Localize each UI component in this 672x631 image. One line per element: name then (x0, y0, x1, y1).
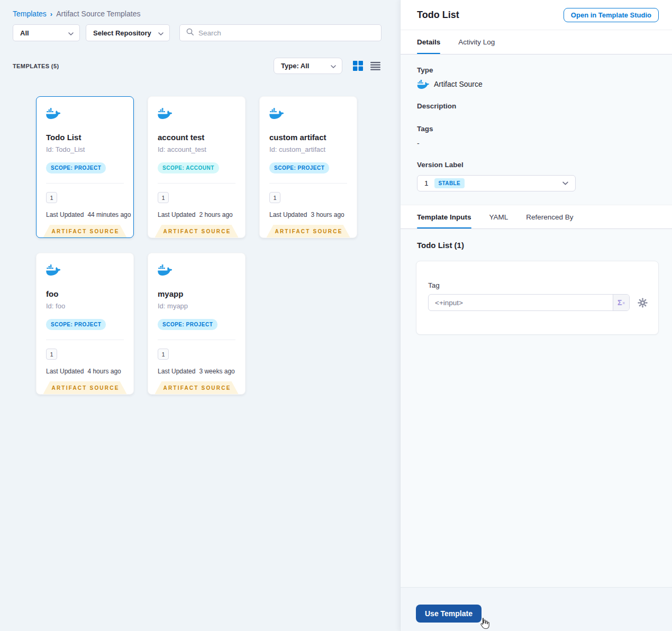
type-filter-value: Type: All (281, 62, 309, 70)
card-title: foo (46, 289, 125, 298)
search-input[interactable] (198, 29, 375, 37)
tag-input-field[interactable]: <+input> Σx (428, 294, 630, 311)
expression-toggle-button[interactable]: Σx (613, 295, 629, 310)
tab-yaml[interactable]: YAML (489, 205, 508, 228)
version-select[interactable]: 1 STABLE (417, 175, 576, 191)
card-id: Id: Todo_List (46, 145, 125, 153)
scope-badge: SCOPE: PROJECT (158, 319, 217, 330)
card-divider (158, 183, 235, 184)
tab-activity-log[interactable]: Activity Log (458, 30, 495, 54)
tab-referenced-by[interactable]: Referenced By (526, 205, 573, 228)
list-view-icon[interactable] (370, 62, 380, 70)
type-label: Type (417, 66, 656, 74)
search-field[interactable] (179, 24, 382, 41)
tab-details[interactable]: Details (417, 30, 440, 54)
repository-filter-value: Select Repository (93, 29, 151, 37)
scope-filter-value: All (20, 29, 29, 37)
breadcrumb-current: Artifact Source Templates (56, 10, 140, 18)
details-meta: Type Artifact Source Description Tags - … (401, 54, 672, 191)
tags-label: Tags (417, 125, 656, 133)
templates-list-panel: Templates › Artifact Source Templates Al… (0, 0, 400, 631)
inputs-section-title: Todo List (1) (417, 241, 672, 250)
artifact-source-ribbon: ARTIFACT SOURCE (155, 381, 239, 394)
scope-badge: SCOPE: ACCOUNT (158, 162, 219, 173)
use-template-button[interactable]: Use Template (416, 605, 482, 623)
version-count-badge: 1 (269, 192, 280, 203)
last-updated: Last Updated 4 hours ago (46, 368, 125, 375)
version-value: 1 (424, 179, 429, 187)
artifact-source-ribbon: ARTIFACT SOURCE (43, 225, 127, 237)
chevron-down-icon (158, 29, 164, 37)
chevron-down-icon (331, 62, 336, 70)
tags-value: - (417, 139, 656, 148)
card-divider (158, 340, 235, 340)
artifact-source-ribbon: ARTIFACT SOURCE (155, 225, 239, 237)
last-updated-value: 3 weeks ago (199, 368, 234, 375)
last-updated: Last Updated 44 minutes ago (46, 211, 125, 218)
last-updated-label: Last Updated (46, 211, 84, 218)
card-id: Id: custom_artifact (269, 145, 348, 153)
template-card-foo[interactable]: foo Id: foo SCOPE: PROJECT 1 Last Update… (36, 253, 134, 395)
card-title: myapp (158, 289, 237, 298)
filter-row: All Select Repository (0, 18, 400, 41)
docker-icon (269, 107, 284, 119)
templates-count: TEMPLATES (5) (13, 63, 59, 69)
panel-title: Todo List (417, 10, 459, 21)
version-count-badge: 1 (158, 192, 169, 203)
template-card-todo-list[interactable]: Todo List Id: Todo_List SCOPE: PROJECT 1… (36, 96, 134, 238)
card-id: Id: account_test (158, 145, 237, 153)
scope-filter-select[interactable]: All (13, 24, 80, 41)
open-in-template-studio-button[interactable]: Open in Template Studio (564, 8, 659, 22)
details-footer: Use Template (401, 587, 672, 631)
breadcrumb: Templates › Artifact Source Templates (0, 0, 400, 18)
settings-gear-icon[interactable] (638, 298, 648, 308)
last-updated: Last Updated 2 hours ago (158, 211, 237, 218)
scope-badge: SCOPE: PROJECT (46, 162, 106, 173)
last-updated-value: 3 hours ago (311, 211, 344, 218)
docker-icon (46, 264, 60, 276)
tab-template-inputs[interactable]: Template Inputs (417, 205, 471, 228)
template-details-panel: Todo List Open in Template Studio Detail… (400, 0, 672, 631)
template-inputs-card: Tag <+input> Σx (416, 261, 659, 335)
last-updated-label: Last Updated (269, 211, 307, 218)
artifact-source-ribbon: ARTIFACT SOURCE (267, 225, 350, 237)
scope-badge: SCOPE: PROJECT (46, 319, 106, 330)
docker-icon (417, 79, 429, 89)
grid-view-icon[interactable] (353, 61, 363, 71)
breadcrumb-separator-icon: › (50, 10, 52, 18)
details-header: Todo List Open in Template Studio (401, 0, 672, 30)
chevron-down-icon (562, 181, 568, 185)
card-id: Id: foo (46, 302, 125, 310)
last-updated: Last Updated 3 weeks ago (158, 368, 237, 375)
stable-badge: STABLE (434, 178, 465, 188)
breadcrumb-templates-link[interactable]: Templates (13, 10, 47, 18)
last-updated-value: 44 minutes ago (87, 211, 131, 218)
scope-badge: SCOPE: PROJECT (269, 162, 329, 173)
last-updated: Last Updated 3 hours ago (269, 211, 348, 218)
template-card-custom-artifact[interactable]: custom artifact Id: custom_artifact SCOP… (259, 96, 357, 238)
repository-filter-select[interactable]: Select Repository (86, 24, 170, 41)
last-updated-label: Last Updated (158, 211, 195, 218)
docker-icon (158, 264, 172, 276)
version-count-badge: 1 (46, 349, 57, 360)
tag-field-label: Tag (428, 281, 648, 289)
last-updated-value: 2 hours ago (199, 211, 232, 218)
docker-icon (158, 107, 172, 119)
template-card-account-test[interactable]: account test Id: account_test SCOPE: ACC… (148, 96, 246, 238)
tag-input-value[interactable]: <+input> (429, 295, 613, 310)
search-icon (186, 28, 194, 38)
card-title: Todo List (46, 133, 125, 142)
card-title: account test (158, 133, 237, 142)
artifact-source-ribbon: ARTIFACT SOURCE (43, 381, 127, 394)
card-divider (46, 183, 124, 184)
template-cards-grid: Todo List Id: Todo_List SCOPE: PROJECT 1… (0, 74, 400, 395)
inputs-tabs: Template Inputs YAML Referenced By (401, 205, 672, 229)
last-updated-label: Last Updated (158, 368, 195, 375)
card-divider (46, 340, 124, 340)
type-value: Artifact Source (434, 80, 483, 88)
type-filter-select[interactable]: Type: All (274, 58, 342, 74)
version-count-badge: 1 (46, 192, 57, 203)
template-card-myapp[interactable]: myapp Id: myapp SCOPE: PROJECT 1 Last Up… (148, 253, 246, 395)
card-divider (269, 183, 347, 184)
description-label: Description (417, 102, 656, 110)
